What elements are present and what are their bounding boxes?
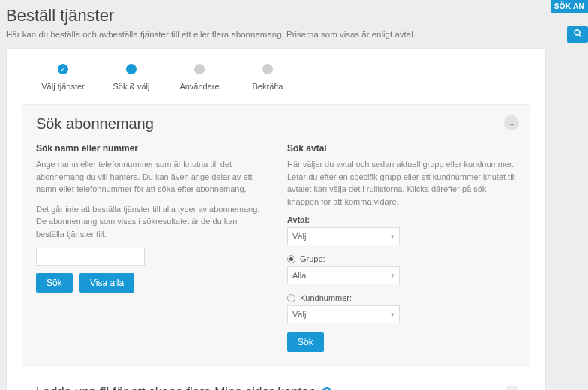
column-heading: Sök avtal — [287, 143, 516, 154]
help-text: Det går inte att beställa tjänster till … — [36, 203, 265, 241]
group-select[interactable]: Alla ▾ — [287, 266, 400, 284]
radio-label: Grupp: — [300, 254, 326, 263]
step-1[interactable]: ✓ Välj tjänster — [29, 64, 97, 91]
right-rail-search-button[interactable] — [567, 26, 588, 43]
chevron-down-icon: ▾ — [391, 310, 394, 318]
avtal-label: Avtal: — [287, 215, 516, 224]
chevron-down-icon: ▾ — [391, 232, 394, 240]
search-input[interactable] — [36, 248, 145, 266]
avtal-select[interactable]: Välj ▾ — [287, 227, 400, 245]
show-all-button[interactable]: Visa alla — [80, 273, 134, 292]
search-button[interactable]: Sök — [36, 273, 73, 292]
select-value: Välj — [292, 232, 306, 241]
check-icon: ✓ — [58, 64, 68, 74]
step-label: Användare — [179, 82, 219, 91]
select-value: Alla — [292, 271, 306, 280]
page-title: Beställ tjänster — [6, 6, 582, 26]
step-2[interactable]: Sök & välj — [98, 64, 165, 91]
radio-icon — [287, 255, 296, 263]
agreement-search-button[interactable]: Sök — [287, 332, 324, 352]
radio-icon — [287, 294, 296, 302]
step-label: Sök & välj — [113, 82, 150, 91]
upload-file-section[interactable]: Ladda upp fil för att skapa flera Mina s… — [22, 374, 530, 390]
column-heading: Sök namn eller nummer — [36, 143, 265, 154]
step-label: Bekräfta — [253, 82, 284, 91]
search-subscription-section: Sök abonnemang ⌄ Sök namn eller nummer A… — [22, 104, 530, 366]
search-icon — [573, 28, 583, 40]
chevron-down-icon: ▾ — [391, 272, 394, 279]
collapse-toggle[interactable]: ⌄ — [504, 116, 519, 130]
step-dot-icon — [262, 64, 273, 74]
section-title: Sök abonnemang — [36, 116, 516, 133]
chevron-down-icon: ⌄ — [508, 118, 515, 128]
step-dot-icon — [126, 64, 136, 74]
step-4[interactable]: Bekräfta — [234, 64, 302, 91]
step-label: Välj tjänster — [41, 82, 84, 91]
group-radio-row[interactable]: Grupp: — [287, 254, 516, 263]
expand-toggle[interactable]: › — [504, 385, 519, 390]
kundnummer-select[interactable]: Välj ▾ — [287, 305, 400, 323]
info-icon: ? — [322, 387, 332, 390]
step-dot-icon — [194, 64, 205, 74]
search-name-column: Sök namn eller nummer Ange namn eller te… — [36, 143, 265, 352]
main-card: ✓ Välj tjänster Sök & välj Användare Bek… — [6, 48, 546, 390]
help-text: Ange namn eller telefonnummer som är knu… — [36, 158, 265, 196]
search-agreement-column: Sök avtal Här väljer du avtal och sedan … — [287, 143, 516, 352]
stepper: ✓ Välj tjänster Sök & välj Användare Bek… — [22, 64, 530, 104]
select-value: Välj — [292, 310, 306, 319]
help-text: Här väljer du avtal och sedan aktuell gr… — [287, 158, 516, 208]
radio-label: Kundnummer: — [300, 293, 352, 302]
kundnummer-radio-row[interactable]: Kundnummer: — [287, 293, 516, 302]
right-rail-tab[interactable]: SÖK AN — [550, 0, 588, 13]
step-3[interactable]: Användare — [166, 64, 233, 91]
page-subtitle: Här kan du beställa och avbeställa tjäns… — [6, 30, 582, 39]
section-title: Ladda upp fil för att skapa flera Mina s… — [36, 385, 316, 390]
